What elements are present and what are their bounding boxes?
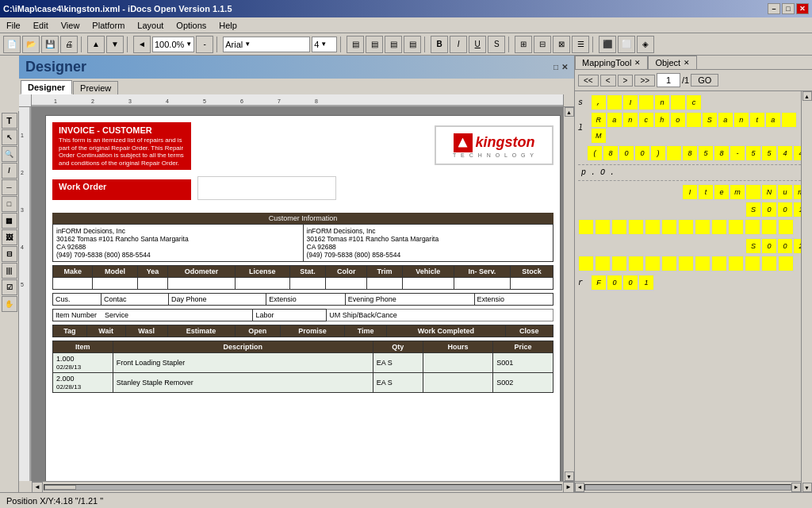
extensio1-label: Extensio (266, 294, 345, 306)
insert1-button[interactable]: ⬛ (599, 36, 616, 53)
align-right-button[interactable]: ▤ (385, 36, 402, 53)
cell (761, 219, 777, 235)
tool-text[interactable]: T (2, 113, 17, 129)
align-left-button[interactable]: ▤ (347, 36, 364, 53)
ruler-corner-right (563, 94, 574, 107)
extra4-button[interactable]: ☰ (572, 36, 589, 53)
tool-field[interactable]: ⊟ (2, 246, 17, 262)
scroll-right-button[interactable]: ► (563, 482, 574, 493)
v-scrollbar[interactable]: ▲ ▼ (563, 107, 574, 481)
vehicle-stat (289, 278, 325, 290)
mapping-tool-close[interactable]: ✕ (634, 59, 641, 67)
menu-edit[interactable]: Edit (30, 20, 52, 31)
align-justify-button[interactable]: ▤ (404, 36, 421, 53)
tool-line[interactable]: ─ (2, 179, 17, 195)
extra3-button[interactable]: ⊠ (553, 36, 570, 53)
strikethrough-button[interactable]: S (488, 36, 505, 53)
cell (711, 256, 727, 271)
save-button[interactable]: 💾 (41, 36, 59, 53)
right-scrollbar[interactable]: ▲ ▼ (801, 91, 812, 492)
extra2-button[interactable]: ⊟ (534, 36, 551, 53)
designer-header-icons: □ ✕ (553, 63, 568, 71)
tab-object[interactable]: Object ✕ (648, 56, 697, 69)
up-button[interactable]: ▲ (87, 36, 105, 53)
tool-image[interactable]: 🖼 (2, 229, 17, 245)
menu-view[interactable]: View (58, 20, 83, 31)
menu-help[interactable]: Help (216, 20, 240, 31)
tool-zoom[interactable]: 🔍 (2, 146, 17, 162)
right-scroll-left[interactable]: ◄ (575, 483, 584, 492)
right-scroll-right[interactable]: ► (791, 483, 801, 492)
right-h-scrollbar[interactable]: ◄ ► (575, 481, 801, 492)
zoom-dropdown[interactable]: 100.0% ▼ (152, 37, 194, 52)
tool-rect[interactable]: □ (2, 196, 17, 212)
minimize-button[interactable]: – (768, 3, 780, 14)
down-button[interactable]: ▼ (106, 36, 124, 53)
nav-last-button[interactable]: >> (634, 75, 655, 87)
scroll-left-button[interactable]: ◄ (32, 482, 43, 493)
cell: a (765, 112, 781, 128)
svg-text:3: 3 (128, 98, 132, 104)
font-dropdown[interactable]: Arial ▼ (223, 37, 310, 52)
tool-fill[interactable]: ▦ (2, 213, 17, 229)
cell: 5 (698, 145, 714, 161)
object-close[interactable]: ✕ (684, 59, 690, 67)
item-number-label: Item Number Service (53, 310, 253, 321)
right-scroll-up[interactable]: ▲ (802, 91, 812, 101)
tab-designer[interactable]: Designer (21, 80, 72, 94)
left-panel: Designer □ ✕ Designer Preview 1 2 (19, 56, 574, 492)
print-button[interactable]: 🖨 (60, 36, 78, 53)
object-label: Object (655, 58, 680, 67)
go-button[interactable]: GO (691, 74, 718, 87)
canvas-area[interactable]: INVOICE - CUSTOMER This form is an itemi… (32, 107, 574, 481)
menu-options[interactable]: Options (173, 20, 209, 31)
col-promise: Promise (280, 325, 344, 337)
fontsize-dropdown[interactable]: 4 ▼ (312, 37, 337, 52)
cell: I (682, 184, 698, 200)
left-button[interactable]: ◄ (133, 36, 151, 53)
cell: 5 (745, 145, 761, 161)
bold-button[interactable]: B (431, 36, 448, 53)
scroll-up-button[interactable]: ▲ (565, 107, 574, 117)
new-button[interactable]: 📄 (3, 36, 21, 53)
nav-prev-button[interactable]: < (600, 75, 616, 87)
nav-next-button[interactable]: > (618, 75, 634, 87)
tool-select[interactable]: ↖ (2, 129, 17, 145)
insert2-button[interactable]: ⬜ (618, 36, 635, 53)
align-center-button[interactable]: ▤ (366, 36, 383, 53)
nav-first-button[interactable]: << (578, 75, 599, 87)
ruler-corner (19, 94, 32, 107)
menu-file[interactable]: File (3, 20, 24, 31)
right-scroll-down[interactable]: ▼ (802, 483, 812, 492)
maximize-button[interactable]: □ (782, 3, 795, 14)
scroll-down-button[interactable]: ▼ (565, 471, 574, 481)
tool-move[interactable]: ✋ (2, 296, 17, 312)
cell (638, 94, 654, 110)
toolbar-sep5 (424, 37, 427, 52)
tool-barcode[interactable]: ||| (2, 263, 17, 279)
designer-close-icon[interactable]: ✕ (561, 63, 568, 71)
col-time: Time (345, 325, 387, 337)
zoom-out-button[interactable]: - (196, 36, 213, 53)
underline-button[interactable]: U (469, 36, 486, 53)
tool-pencil[interactable]: / (2, 163, 17, 179)
toolbar-sep2 (127, 37, 130, 52)
open-button[interactable]: 📂 (22, 36, 40, 53)
logo-triangle (458, 138, 468, 148)
menu-platform[interactable]: Platform (89, 20, 128, 31)
cell: m (730, 184, 745, 200)
cell: 4 (777, 145, 793, 161)
detail-table: Tag Wait Wasl Estimate Open Promise Time… (52, 325, 553, 337)
designer-restore-icon[interactable]: □ (553, 63, 558, 71)
close-button[interactable]: ✕ (796, 3, 809, 14)
insert3-button[interactable]: ◈ (637, 36, 654, 53)
tab-preview[interactable]: Preview (73, 81, 118, 94)
italic-button[interactable]: I (450, 36, 467, 53)
tool-check[interactable]: ☑ (2, 279, 17, 295)
page-input[interactable] (657, 73, 680, 87)
item-list-header: Item Description Qty Hours Price (53, 341, 553, 353)
vehicle-make (53, 278, 93, 290)
extra1-button[interactable]: ⊞ (515, 36, 532, 53)
tab-mapping-tool[interactable]: MappingTool ✕ (575, 56, 648, 69)
menu-layout[interactable]: Layout (134, 20, 167, 31)
